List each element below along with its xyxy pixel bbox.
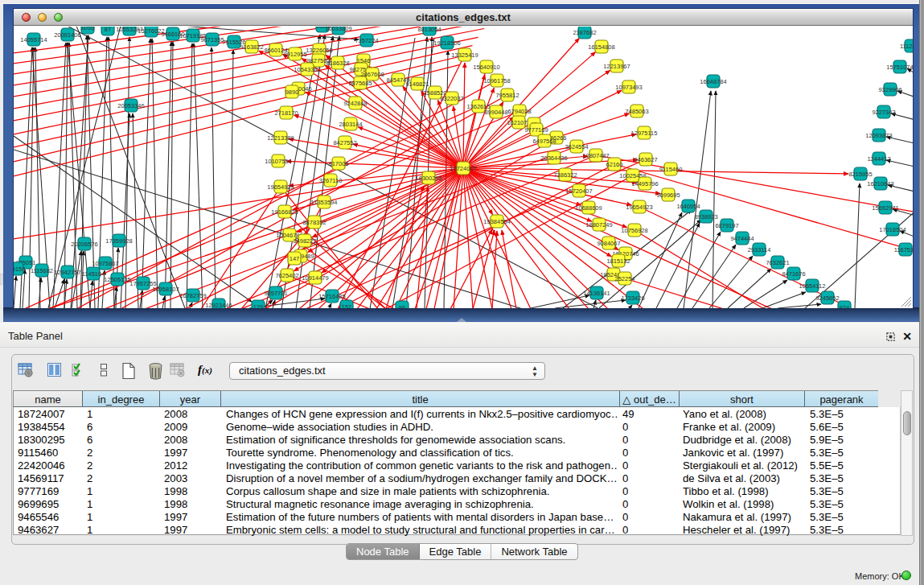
svg-text:9474444: 9474444 (730, 235, 754, 242)
svg-text:8813054: 8813054 (417, 27, 441, 33)
svg-text:16648784: 16648784 (700, 78, 726, 85)
svg-text:10543362: 10543362 (294, 66, 320, 73)
svg-text:7625402: 7625402 (275, 272, 298, 279)
svg-text:14055714: 14055714 (20, 36, 47, 43)
svg-text:9657791: 9657791 (264, 290, 287, 297)
svg-text:10975867: 10975867 (92, 260, 118, 267)
svg-text:2387682: 2387682 (573, 29, 596, 36)
svg-text:12505135: 12505135 (104, 276, 130, 283)
svg-text:7386322: 7386322 (553, 171, 577, 179)
svg-text:6879197: 6879197 (715, 222, 738, 229)
svg-text:10958107: 10958107 (152, 286, 179, 293)
svg-text:12213389: 12213389 (267, 134, 294, 142)
svg-text:129: 129 (253, 303, 264, 309)
svg-text:1145194: 1145194 (82, 270, 105, 278)
svg-text:15751074: 15751074 (886, 64, 913, 71)
svg-text:9146821: 9146821 (405, 80, 429, 88)
svg-text:157: 157 (342, 303, 352, 309)
svg-text:39159: 39159 (14, 266, 25, 273)
svg-text:13226058: 13226058 (306, 47, 332, 54)
svg-text:9163822: 9163822 (240, 43, 263, 51)
svg-text:10973493: 10973493 (615, 84, 642, 91)
svg-text:14495796: 14495796 (631, 180, 658, 187)
svg-text:19218506: 19218506 (433, 39, 460, 47)
svg-text:12975115: 12975115 (631, 130, 658, 137)
svg-text:6794028: 6794028 (507, 108, 531, 115)
svg-text:19654925: 19654925 (267, 183, 294, 191)
svg-text:9227343: 9227343 (872, 109, 895, 116)
svg-text:9777169: 9777169 (524, 126, 548, 134)
svg-text:17016504: 17016504 (879, 226, 906, 233)
svg-text:2803144: 2803144 (339, 121, 362, 128)
svg-text:15640910: 15640910 (473, 64, 499, 71)
svg-text:9671355: 9671355 (200, 36, 224, 43)
svg-text:9699695: 9699695 (656, 192, 680, 199)
svg-text:14136141: 14136141 (583, 290, 610, 297)
svg-text:8912955: 8912955 (283, 51, 306, 58)
svg-text:1640954: 1640954 (676, 203, 700, 210)
svg-text:1621072: 1621072 (507, 119, 530, 126)
svg-text:9890: 9890 (285, 89, 299, 96)
svg-text:9463627: 9463627 (634, 156, 657, 163)
svg-text:3267110: 3267110 (319, 177, 343, 184)
svg-text:817006: 817006 (328, 160, 348, 167)
svg-text:1167533: 1167533 (894, 246, 913, 253)
svg-text:8938923: 8938923 (694, 213, 717, 220)
svg-text:924: 924 (840, 304, 850, 309)
svg-text:147: 147 (290, 255, 300, 262)
svg-text:87: 87 (105, 27, 111, 33)
svg-text:10807487: 10807487 (582, 152, 609, 159)
svg-text:1115682: 1115682 (31, 267, 53, 274)
svg-text:20364436: 20364436 (540, 154, 567, 162)
svg-text:1733426: 1733426 (621, 295, 644, 302)
svg-text:16210643: 16210643 (867, 180, 893, 187)
svg-text:7955812: 7955812 (495, 92, 519, 99)
svg-text:5875685: 5875685 (348, 80, 372, 87)
svg-text:2718170: 2718170 (274, 109, 298, 117)
svg-text:20091406: 20091406 (54, 31, 80, 39)
svg-text:20053346: 20053346 (117, 102, 144, 109)
svg-text:9242848: 9242848 (343, 100, 367, 107)
svg-text:9115460: 9115460 (659, 166, 683, 173)
svg-text:15692971: 15692971 (872, 204, 898, 212)
svg-text:18724007: 18724007 (450, 165, 476, 172)
svg-text:18807249: 18807249 (585, 221, 612, 229)
svg-text:16033809: 16033809 (325, 27, 351, 32)
svg-text:16154808: 16154808 (588, 43, 614, 51)
svg-text:9329906: 9329906 (878, 86, 901, 93)
svg-text:2933114: 2933114 (748, 246, 771, 253)
svg-text:9084067: 9084067 (597, 240, 620, 247)
svg-text:10961758: 10961758 (483, 77, 510, 84)
svg-text:10688609: 10688609 (575, 204, 602, 212)
svg-text:96: 96 (399, 304, 405, 309)
svg-text:6497568: 6497568 (532, 138, 556, 145)
svg-text:19384554: 19384554 (483, 218, 510, 225)
svg-text:10654112: 10654112 (799, 282, 826, 290)
svg-text:1244413: 1244413 (867, 155, 890, 163)
svg-text:8471676: 8471676 (782, 270, 805, 278)
svg-text:12093873: 12093873 (865, 132, 892, 139)
svg-text:1055: 1055 (81, 27, 95, 31)
svg-text:12213967: 12213967 (603, 63, 630, 70)
svg-text:62160: 62160 (606, 161, 623, 168)
svg-text:7485063: 7485063 (625, 108, 648, 115)
svg-text:7357224: 7357224 (355, 37, 378, 44)
svg-text:15716485: 15716485 (318, 293, 345, 300)
svg-text:8990448: 8990448 (484, 109, 507, 116)
svg-text:17359928: 17359928 (105, 237, 132, 245)
svg-text:8215955: 8215955 (848, 171, 872, 178)
svg-text:8322037: 8322037 (440, 95, 463, 102)
svg-text:9245652: 9245652 (815, 295, 839, 302)
svg-text:18300295: 18300295 (415, 175, 441, 182)
svg-text:13325419: 13325419 (451, 51, 478, 59)
svg-text:8427552: 8427552 (333, 139, 356, 146)
svg-text:12942757: 12942757 (54, 269, 80, 276)
svg-text:16782759: 16782759 (179, 292, 206, 299)
svg-text:19166825: 19166825 (271, 208, 298, 216)
svg-text:7632621: 7632621 (766, 259, 789, 266)
svg-text:19654923: 19654923 (626, 204, 652, 211)
svg-text:1112843: 1112843 (900, 43, 913, 50)
svg-text:8878352: 8878352 (302, 219, 326, 226)
svg-text:8186328: 8186328 (326, 60, 349, 67)
svg-text:1815132: 1815132 (606, 257, 630, 265)
